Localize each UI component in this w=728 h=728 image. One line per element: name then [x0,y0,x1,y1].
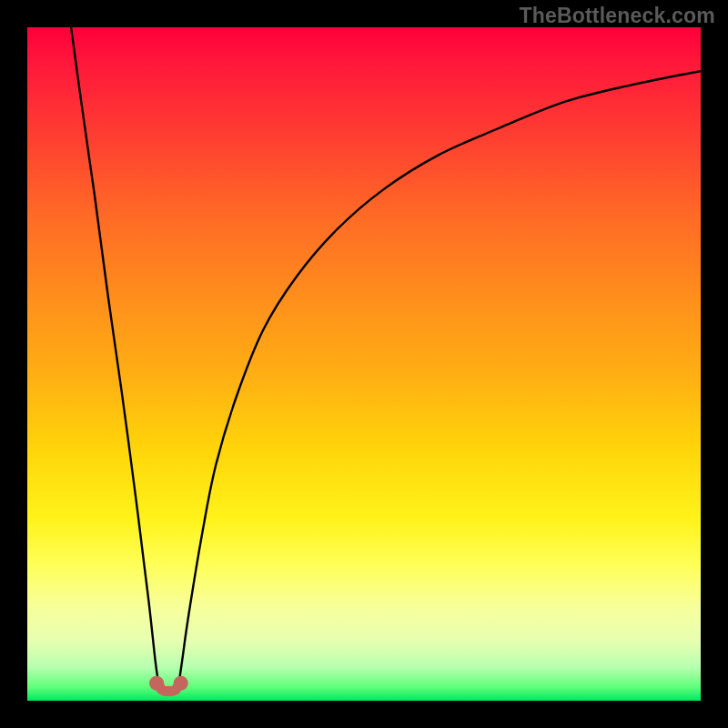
bottleneck-curve-right [179,71,702,683]
curve-layer [27,27,701,701]
watermark-text: TheBottleneck.com [519,4,715,28]
bottleneck-curve-left [71,27,158,684]
valley-dot-left [149,676,164,691]
chart-frame: TheBottleneck.com [0,0,728,728]
valley-dot-right [174,676,188,691]
